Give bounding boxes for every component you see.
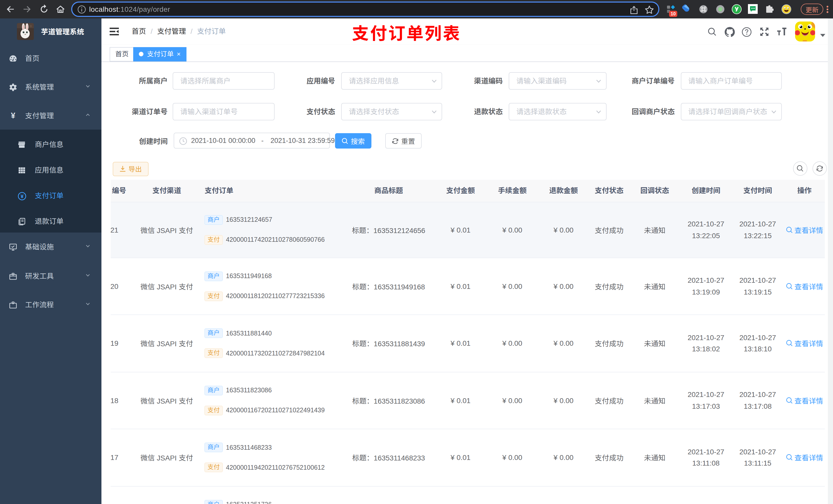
svg-text:¥: ¥ xyxy=(11,112,15,119)
svg-text:¥: ¥ xyxy=(21,193,24,199)
